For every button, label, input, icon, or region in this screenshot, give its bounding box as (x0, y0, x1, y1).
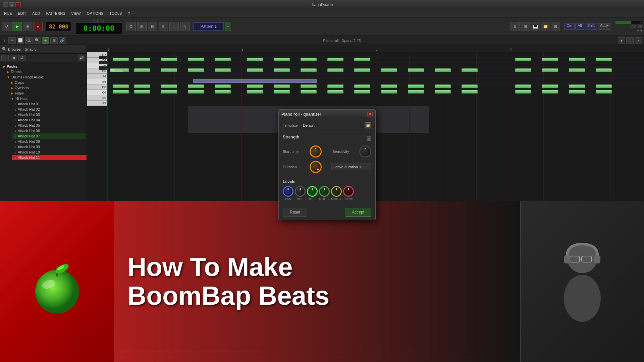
zoom-out-btn[interactable]: - (1, 355, 7, 361)
note-block[interactable] (515, 68, 531, 72)
note-block[interactable] (381, 90, 397, 94)
note-block[interactable] (596, 68, 612, 72)
note-block[interactable] (274, 84, 290, 88)
note-block[interactable] (274, 68, 290, 72)
note-block[interactable] (381, 84, 397, 88)
accept-button[interactable]: Accept (345, 208, 371, 217)
note-block[interactable] (408, 90, 424, 94)
tool-btn-5[interactable]: ↕ (169, 22, 179, 31)
menu-help[interactable]: ? (125, 11, 132, 16)
note-block[interactable] (462, 84, 478, 88)
piano-key-c6[interactable]: C6 (87, 90, 107, 95)
menu-options[interactable]: OPTIONS (84, 11, 106, 16)
tree-hat-03[interactable]: ♪ Attack Hat 03 (12, 112, 87, 117)
menu-tools[interactable]: TOOLS (107, 11, 124, 16)
tree-hat-04[interactable]: ♪ Attack Hat 04 (12, 117, 87, 123)
quantizer-close-btn[interactable]: × (367, 112, 373, 117)
note-block[interactable] (134, 58, 150, 61)
add-plus-btn[interactable]: Add+ (598, 23, 611, 30)
start-time-knob[interactable] (310, 145, 322, 158)
minimize-btn[interactable]: _ (3, 2, 8, 7)
ctrl-btn[interactable]: Ctrl (564, 23, 575, 30)
note-block[interactable] (215, 58, 231, 61)
tree-hat-09[interactable]: ♪ Attack Hat 09 (12, 144, 87, 149)
menu-file[interactable]: FILE (1, 11, 14, 16)
note-block[interactable] (569, 68, 585, 72)
tree-claps[interactable]: ▶ Claps (8, 80, 87, 85)
browser-refresh[interactable]: ↺ (18, 55, 25, 61)
tree-hihats[interactable]: ▼ Hi Hats (8, 96, 87, 101)
note-block[interactable] (542, 84, 558, 88)
note-block[interactable] (134, 68, 150, 72)
menu-patterns[interactable]: PATTERNS (44, 11, 68, 16)
note-block[interactable] (301, 58, 317, 61)
note-block[interactable] (327, 84, 343, 88)
shift-btn[interactable]: Shift (585, 23, 597, 30)
pr-draw-btn[interactable]: ✏ (8, 37, 16, 44)
note-block[interactable] (215, 90, 231, 94)
note-block[interactable] (215, 84, 231, 88)
note-block[interactable] (542, 68, 558, 72)
close-btn[interactable]: × (15, 2, 21, 7)
duration-dropdown[interactable]: Leave duration ▼ (331, 164, 371, 170)
note-block[interactable] (247, 58, 263, 61)
pr-select-btn[interactable]: ⬜ (17, 37, 24, 44)
note-block[interactable] (596, 58, 612, 61)
note-block[interactable] (569, 84, 585, 88)
note-block[interactable] (188, 84, 204, 88)
note-block[interactable] (215, 68, 231, 72)
note-block[interactable] (188, 68, 204, 72)
tool-btn-3[interactable]: ⊟ (148, 22, 157, 31)
note-block[interactable] (247, 90, 263, 94)
channel-btn[interactable]: ⊞ (521, 22, 530, 31)
piano-key-a5[interactable]: A5 (87, 101, 107, 106)
note-block[interactable] (354, 58, 370, 61)
note-block[interactable] (596, 90, 612, 94)
pattern-add-btn[interactable]: + (225, 22, 231, 31)
piano-key-f6[interactable]: F6 (87, 74, 107, 79)
pr-zoom-btn[interactable]: 🔍 (34, 37, 41, 44)
browser-btn[interactable]: 📁 (541, 22, 550, 31)
note-block[interactable] (542, 90, 558, 94)
menu-view[interactable]: VIEW (69, 11, 84, 16)
menu-add[interactable]: ADD (30, 11, 43, 16)
note-block[interactable] (408, 84, 424, 88)
duration-knob[interactable] (310, 161, 322, 173)
pan-knob[interactable] (283, 186, 293, 197)
pattern-display[interactable]: Pattern 1 (194, 22, 224, 31)
tree-hat-10[interactable]: ♪ Attack Hat 10 (12, 149, 87, 155)
note-block-g6[interactable]: G# (110, 68, 123, 72)
reset-button[interactable]: Reset (283, 208, 307, 217)
horizontal-scrollbar[interactable] (107, 350, 624, 353)
record-btn[interactable]: ● (33, 22, 43, 31)
note-block[interactable] (462, 90, 478, 94)
tree-hat-05[interactable]: ♪ Attack Hat 05 (12, 123, 87, 128)
note-block[interactable] (354, 84, 370, 88)
zoom-in-btn[interactable]: + (636, 355, 643, 361)
piano-key-d6[interactable]: D6 (87, 84, 107, 90)
plugin-btn[interactable]: ⊞ (551, 22, 560, 31)
rel-knob[interactable] (307, 186, 318, 197)
note-block[interactable] (274, 90, 290, 94)
note-block[interactable] (161, 58, 177, 61)
tree-packs[interactable]: ▶ Packs (0, 64, 87, 69)
piano-key-e6[interactable]: E6 (87, 79, 107, 84)
tree-drums[interactable]: ▶ Drums (4, 69, 87, 74)
note-block[interactable] (301, 68, 317, 72)
strength-expand-btn[interactable]: ▲ (367, 136, 371, 141)
tree-drums-mode[interactable]: ▼ Drums (ModeAudio) (4, 74, 87, 80)
note-block[interactable] (327, 68, 343, 72)
tree-hat-07[interactable]: ♪ Attack Hat 07 (12, 133, 87, 139)
note-block[interactable] (435, 84, 451, 88)
note-block[interactable] (113, 90, 129, 94)
tree-hat-11[interactable]: ♪ Attack Hat 11 (12, 155, 87, 160)
tree-hat-06[interactable]: ♪ Attack Hat 06 (12, 128, 87, 133)
note-block[interactable] (515, 58, 531, 61)
note-block[interactable] (435, 68, 451, 72)
note-block[interactable] (515, 84, 531, 88)
maximize-btn[interactable]: □ (9, 2, 14, 7)
note-block[interactable] (134, 90, 150, 94)
note-block[interactable] (354, 90, 370, 94)
note-block[interactable] (596, 84, 612, 88)
note-block-selected[interactable] (193, 79, 317, 83)
